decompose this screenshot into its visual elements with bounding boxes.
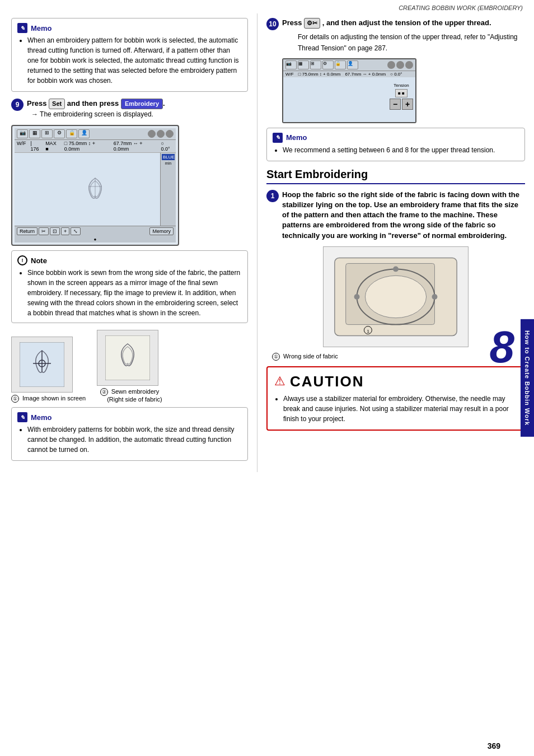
memo-header-1: ✎ Memo [17, 23, 242, 33]
step10-info-row: W/F □ 75.0mm ↕ + 0.0mm 67.7mm ↔ + 0.0mm … [283, 71, 415, 77]
return-button[interactable]: Return [17, 227, 38, 235]
toolbar-btn-grid: ⊞ [41, 129, 53, 138]
tension-minus[interactable]: − [390, 99, 401, 110]
toolbar-btn-person: 👤 [78, 129, 90, 138]
svg-rect-6 [105, 335, 150, 380]
toolbar-btn-r2 [157, 130, 165, 138]
frame-button[interactable]: ⊡ [50, 227, 60, 235]
section-title: Start Embroidering [266, 168, 525, 184]
svg-text:1: 1 [367, 328, 369, 333]
tension-icon-button[interactable]: ⚙✂ [304, 18, 320, 29]
step-9-content: Press Set and then press Embroidery. → T… [27, 99, 248, 120]
toolbar-btn-settings: ⚙ [54, 129, 65, 138]
tb2-gear: ⚙ [322, 60, 334, 69]
svg-point-12 [354, 294, 360, 300]
memo-right-point-1: We recommend a setting between 6 and 8 f… [283, 145, 519, 155]
side-tab: How to Create Bobbin Work [521, 319, 534, 437]
image-label-2: ② Sewn embroidery (Right side of fabric) [97, 388, 162, 403]
memo-box-right: ✎ Memo We recommend a setting between 6 … [266, 128, 525, 161]
step10-body: Tension ■ ■ − + [283, 77, 415, 122]
tb2-r2 [396, 61, 404, 69]
memo-icon-2: ✎ [17, 412, 27, 422]
caution-triangle-icon: ⚠ [274, 374, 285, 389]
machine-svg: 1 [324, 246, 468, 347]
note-box: ! Note Since bobbin work is sewn from th… [11, 250, 248, 323]
caution-header: ⚠ CAUTION [274, 373, 517, 390]
tb2-camera: 📷 [285, 60, 297, 69]
image-label-1: ① Image shown in screen [11, 395, 86, 403]
tension-plus[interactable]: + [402, 99, 413, 110]
toolbar-btn-camera: 📷 [17, 129, 28, 138]
step-10-text: Press ⚙✂ , and then adjust the tension o… [282, 18, 491, 27]
tb2-r3 [405, 61, 413, 69]
step-9-arrow: → The embroidering screen is displayed. [31, 110, 248, 118]
svg-point-11 [393, 266, 399, 272]
step-10-row: 10 Press ⚙✂ , and then adjust the tensio… [266, 18, 525, 54]
step-10-desc: For details on adjusting the tension of … [298, 32, 525, 53]
images-row: ① Image shown in screen ② Sew [11, 330, 248, 403]
scissors-button[interactable]: ✂ [39, 227, 49, 235]
set-button[interactable]: Set [49, 99, 65, 109]
tb2-doc: ▦ [298, 60, 309, 69]
note-point-1: Since bobbin work is sewn from the wrong… [27, 268, 242, 318]
step-9-circle: 9 [11, 99, 24, 111]
arrows-button[interactable]: ⤡ [71, 227, 81, 235]
sewn-image [97, 330, 158, 386]
svg-point-10 [365, 276, 426, 318]
screen-toolbar: 📷 ▦ ⊞ ⚙ 🔒 👤 [15, 128, 176, 140]
image-box-2: ② Sewn embroidery (Right side of fabric) [97, 330, 162, 403]
step-9-text: Press Set and then press Embroidery. [27, 99, 165, 108]
right-column: 10 Press ⚙✂ , and then adjust the tensio… [257, 13, 534, 472]
memory-button[interactable]: Memory [149, 227, 174, 235]
page-number: 369 [488, 741, 500, 750]
step-10-content: Press ⚙✂ , and then adjust the tension o… [282, 18, 525, 54]
plus-button[interactable]: + [61, 227, 69, 235]
memo-header-2: ✎ Memo [17, 412, 242, 422]
memo-header-right: ✎ Memo [273, 133, 519, 143]
caution-point-1: Always use a stabilizer material for emb… [283, 394, 517, 424]
memo-2-point-1: With embroidery patterns for bobbin work… [27, 424, 242, 455]
memo-icon-right: ✎ [273, 133, 283, 143]
caution-title: CAUTION [290, 373, 364, 390]
memo-box-1: ✎ Memo When an embroidery pattern for bo… [11, 18, 248, 92]
screen-mockup: 📷 ▦ ⊞ ⚙ 🔒 👤 W/F | 176 MAX ■ □ 75.0mm ↕ +… [11, 125, 179, 246]
toolbar-btn-r3 [166, 130, 174, 138]
screen-image [11, 337, 73, 393]
wrong-side-label: ① Wrong side of fabric [266, 353, 525, 361]
tb2-lock: 🔒 [335, 60, 346, 69]
memo-icon-1: ✎ [17, 23, 27, 33]
tb2-grid: ⊞ [310, 60, 321, 69]
tension-control: Tension ■ ■ − + [390, 83, 413, 110]
page-header: CREATING BOBBIN WORK (EMBROIDERY) [0, 0, 534, 13]
step10-toolbar: 📷 ▦ ⊞ ⚙ 🔒 👤 [283, 59, 415, 71]
embroidery-pattern-svg [73, 167, 118, 212]
step-1-row: 1 Hoop the fabric so the right side of t… [266, 190, 525, 241]
tb2-person: 👤 [347, 60, 358, 69]
step-9-row: 9 Press Set and then press Embroidery. →… [11, 99, 248, 120]
left-column: ✎ Memo When an embroidery pattern for bo… [0, 13, 257, 472]
step-1-circle: 1 [266, 190, 279, 202]
caution-box: ⚠ CAUTION Always use a stabilizer materi… [266, 366, 525, 431]
svg-point-13 [432, 294, 438, 300]
toolbar-btn-doc: ▦ [29, 129, 40, 138]
step10-screen: 📷 ▦ ⊞ ⚙ 🔒 👤 W/F □ 75.0mm ↕ + 0.0mm 67.7m… [282, 58, 416, 123]
step-10-circle: 10 [266, 18, 279, 30]
embroidery-button[interactable]: Embroidery [121, 99, 163, 109]
memo-point-1: When an embroidery pattern for bobbin wo… [27, 35, 242, 86]
image-box-1: ① Image shown in screen [11, 337, 86, 403]
screen-info-row: W/F | 176 MAX ■ □ 75.0mm ↕ + 0.0mm 67.7m… [15, 140, 176, 153]
chapter-number: 8 [490, 325, 515, 370]
note-icon: ! [17, 255, 27, 265]
step-1-content: Hoop the fabric so the right side of the… [282, 190, 525, 241]
note-header: ! Note [17, 255, 242, 265]
screen-footer: Return ✂ ⊡ + ⤡ Memory [15, 226, 176, 236]
step-1-text: Hoop the fabric so the right side of the… [282, 190, 519, 240]
screen-sidebar: BLUE min [160, 153, 176, 226]
memo-box-2: ✎ Memo With embroidery patterns for bobb… [11, 407, 248, 461]
tb2-r1 [387, 61, 395, 69]
tension-buttons: − + [390, 99, 413, 110]
machine-image: 1 [323, 246, 469, 347]
toolbar-btn-lock: 🔒 [66, 129, 77, 138]
toolbar-btn-r1 [148, 130, 156, 138]
screen-body: BLUE min [15, 153, 176, 226]
